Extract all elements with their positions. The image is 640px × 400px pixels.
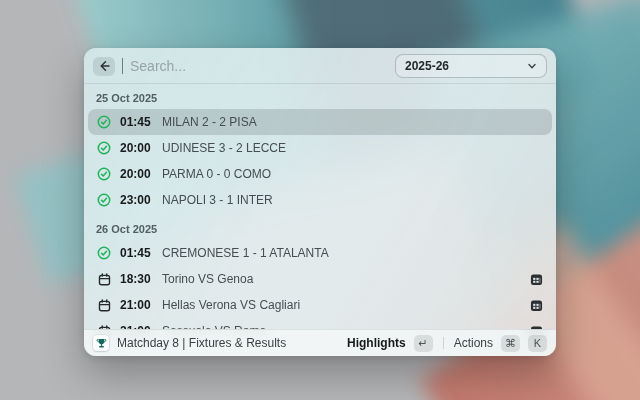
- match-title: CREMONESE 1 - 1 ATALANTA: [162, 246, 329, 260]
- header-divider: [84, 83, 556, 84]
- highlights-action[interactable]: Highlights: [347, 336, 406, 350]
- return-key-badge[interactable]: ↵: [414, 335, 433, 352]
- calendar-grid-icon: [529, 272, 543, 286]
- fixture-row[interactable]: 20:00PARMA 0 - 0 COMO: [88, 161, 552, 187]
- fixture-row[interactable]: 18:30Torino VS Genoa: [88, 266, 552, 292]
- cmd-key-badge[interactable]: ⌘: [501, 335, 520, 352]
- arrow-left-icon: [98, 60, 110, 72]
- search-input[interactable]: Search...: [130, 58, 388, 74]
- fixture-row[interactable]: 21:00Hellas Verona VS Cagliari: [88, 292, 552, 318]
- trophy-icon: [96, 338, 107, 349]
- kickoff-time: 18:30: [120, 272, 153, 286]
- kickoff-time: 01:45: [120, 246, 153, 260]
- launcher-window: Search... 2025-26 25 Oct 202501:45MILAN …: [84, 48, 556, 356]
- search-header: Search... 2025-26: [84, 48, 556, 84]
- fixture-row[interactable]: 01:45MILAN 2 - 2 PISA: [88, 109, 552, 135]
- section-date-header: 25 Oct 2025: [88, 85, 552, 109]
- k-key-badge[interactable]: K: [528, 335, 547, 352]
- season-dropdown-value: 2025-26: [405, 59, 519, 73]
- section-date-header: 26 Oct 2025: [88, 213, 552, 240]
- match-title: Torino VS Genoa: [162, 272, 253, 286]
- kickoff-time: 23:00: [120, 193, 153, 207]
- footer-divider: [443, 337, 444, 349]
- match-title: UDINESE 3 - 2 LECCE: [162, 141, 286, 155]
- check-circle-icon: [97, 115, 111, 129]
- match-title: PARMA 0 - 0 COMO: [162, 167, 271, 181]
- fixture-row[interactable]: 20:00UDINESE 3 - 2 LECCE: [88, 135, 552, 161]
- match-title: Hellas Verona VS Cagliari: [162, 298, 300, 312]
- actions-menu[interactable]: Actions: [454, 336, 493, 350]
- kickoff-time: 21:00: [120, 298, 153, 312]
- back-button[interactable]: [93, 57, 115, 76]
- chevron-down-icon: [527, 61, 537, 71]
- kickoff-time: 20:00: [120, 141, 153, 155]
- kickoff-time: 01:45: [120, 115, 153, 129]
- check-circle-icon: [97, 193, 111, 207]
- match-title: NAPOLI 3 - 1 INTER: [162, 193, 273, 207]
- footer-bar: Matchday 8 | Fixtures & Results Highligh…: [84, 329, 556, 356]
- check-circle-icon: [97, 246, 111, 260]
- fixture-row[interactable]: 23:00NAPOLI 3 - 1 INTER: [88, 187, 552, 213]
- trophy-app-icon: [93, 335, 109, 351]
- kickoff-time: 20:00: [120, 167, 153, 181]
- fixture-row[interactable]: 01:45CREMONESE 1 - 1 ATALANTA: [88, 240, 552, 266]
- calendar-icon: [97, 272, 111, 286]
- check-circle-icon: [97, 141, 111, 155]
- calendar-grid-icon: [529, 298, 543, 312]
- match-title: MILAN 2 - 2 PISA: [162, 115, 257, 129]
- calendar-icon: [97, 298, 111, 312]
- check-circle-icon: [97, 167, 111, 181]
- text-caret: [122, 58, 123, 74]
- extension-title: Matchday 8 | Fixtures & Results: [117, 336, 339, 350]
- fixtures-list: 25 Oct 202501:45MILAN 2 - 2 PISA20:00UDI…: [84, 85, 556, 356]
- season-dropdown[interactable]: 2025-26: [395, 54, 547, 78]
